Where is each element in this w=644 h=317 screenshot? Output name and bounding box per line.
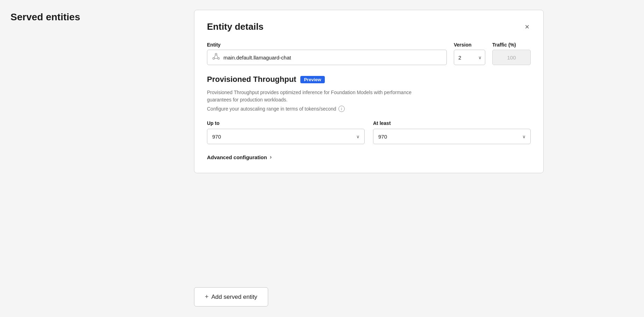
description-line1: Provisioned Throughput provides optimize…	[207, 89, 531, 104]
page-title: Served entities	[10, 12, 80, 23]
at-least-select-wrapper: 970 1000 500	[373, 129, 531, 144]
autoscaling-note: Configure your autoscaling range in term…	[207, 106, 531, 112]
up-to-field: Up to 970 1000 500	[207, 120, 365, 144]
traffic-input	[492, 50, 531, 65]
advanced-configuration-button[interactable]: Advanced configuration ›	[207, 154, 272, 160]
entity-details-modal: Entity details × Entity	[194, 10, 544, 173]
entity-row: Entity Version	[207, 42, 531, 65]
info-icon[interactable]: i	[338, 106, 345, 112]
traffic-field-group: Traffic (%)	[492, 42, 531, 65]
at-least-select[interactable]: 970 1000 500	[373, 129, 531, 144]
advanced-config-label: Advanced configuration	[207, 154, 267, 160]
entity-field-group: Entity	[207, 42, 447, 65]
chevron-right-icon: ›	[270, 154, 272, 160]
modal-title: Entity details	[207, 21, 264, 32]
throughput-row: Up to 970 1000 500 At least 970 1000 500	[207, 120, 531, 144]
provisioned-throughput-heading: Provisioned Throughput Preview	[207, 75, 531, 84]
up-to-label: Up to	[207, 120, 365, 126]
entity-input[interactable]	[223, 55, 442, 61]
plus-icon: +	[205, 293, 209, 301]
up-to-select[interactable]: 970 1000 500	[207, 129, 365, 144]
preview-badge: Preview	[300, 76, 324, 83]
provisioned-title: Provisioned Throughput	[207, 75, 296, 84]
at-least-label: At least	[373, 120, 531, 126]
close-button[interactable]: ×	[523, 22, 531, 32]
version-label: Version	[454, 42, 485, 48]
svg-line-3	[214, 55, 216, 57]
up-to-select-wrapper: 970 1000 500	[207, 129, 365, 144]
version-select-wrapper: 1 2 3	[454, 50, 485, 65]
at-least-field: At least 970 1000 500	[373, 120, 531, 144]
add-entity-label: Add served entity	[212, 294, 257, 301]
traffic-label: Traffic (%)	[492, 42, 531, 48]
version-select[interactable]: 1 2 3	[454, 50, 485, 65]
entity-input-wrapper	[207, 50, 447, 65]
svg-line-4	[217, 55, 218, 57]
entity-icon	[212, 53, 220, 62]
modal-header: Entity details ×	[207, 21, 531, 32]
entity-label: Entity	[207, 42, 447, 48]
version-field-group: Version 1 2 3	[454, 42, 485, 65]
add-served-entity-button[interactable]: + Add served entity	[194, 287, 268, 307]
svg-point-0	[215, 53, 217, 55]
